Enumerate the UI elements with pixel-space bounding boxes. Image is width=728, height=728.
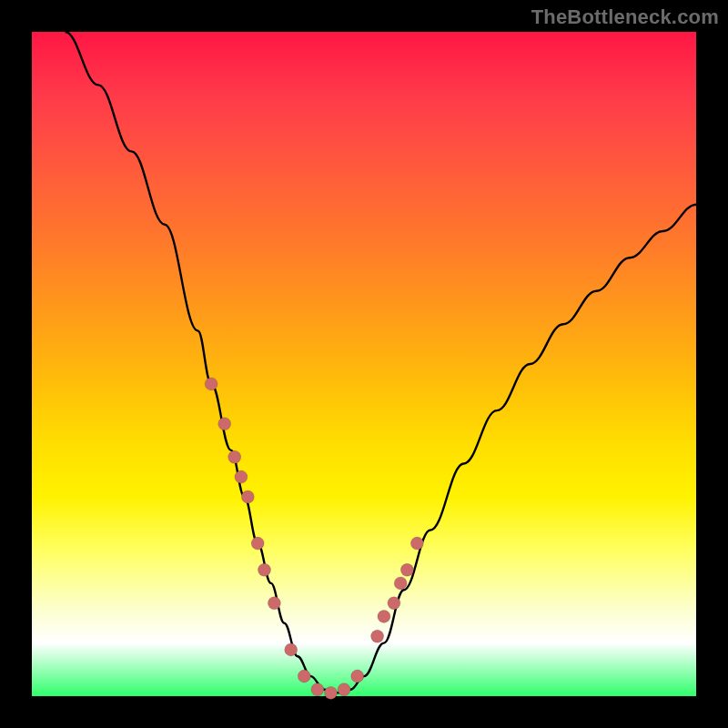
sample-point xyxy=(298,670,310,682)
sample-point xyxy=(228,450,241,463)
sample-point xyxy=(378,610,390,622)
sample-point xyxy=(371,630,384,642)
sample-point xyxy=(268,597,280,610)
plot-area xyxy=(32,32,696,696)
sample-point xyxy=(235,470,248,483)
sample-point xyxy=(410,537,423,550)
sample-point xyxy=(251,537,264,550)
chart-frame: TheBottleneck.com xyxy=(0,0,728,728)
sample-point xyxy=(205,378,217,390)
watermark-text: TheBottleneck.com xyxy=(531,5,719,29)
sample-point xyxy=(311,683,324,696)
sample-point xyxy=(400,563,413,576)
sample-point xyxy=(258,563,271,576)
sample-point xyxy=(338,683,350,696)
curve-layer xyxy=(32,32,696,696)
sample-point xyxy=(394,577,407,590)
sample-point xyxy=(325,686,338,699)
sample-point xyxy=(241,490,254,503)
bottleneck-curve xyxy=(66,32,697,693)
sample-point xyxy=(351,670,364,682)
sample-point xyxy=(285,643,298,656)
sample-point xyxy=(218,418,231,430)
sample-points-group xyxy=(205,378,423,700)
sample-point xyxy=(388,597,400,610)
